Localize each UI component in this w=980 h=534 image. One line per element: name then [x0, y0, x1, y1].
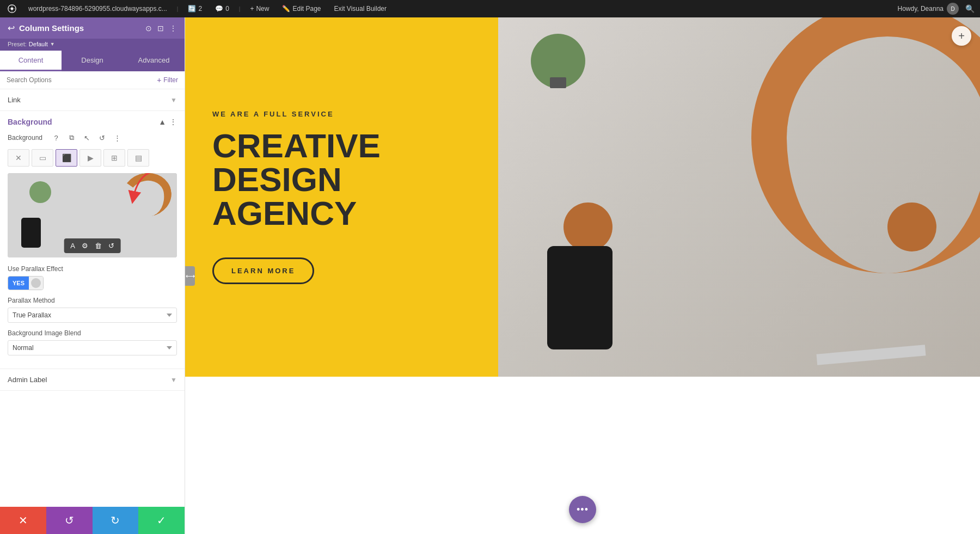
- tab-design[interactable]: Design: [62, 51, 123, 71]
- img-tool-settings[interactable]: ⚙: [79, 241, 90, 251]
- toggle-knob: [31, 278, 41, 288]
- img-tool-text[interactable]: A: [68, 241, 77, 251]
- avatar[interactable]: D: [947, 3, 959, 15]
- search-bar: + Filter: [0, 71, 185, 89]
- bg-type-video[interactable]: ▶: [79, 149, 101, 167]
- learn-more-button[interactable]: LEARN MORE: [212, 257, 314, 284]
- hero-subtitle: WE ARE A FULL SERVICE: [212, 110, 471, 118]
- img-tool-undo[interactable]: ↺: [106, 241, 117, 251]
- bg-cursor-icon[interactable]: ↖: [81, 132, 93, 144]
- preset-name: Default: [29, 41, 48, 47]
- layout-icon[interactable]: ⊡: [157, 24, 164, 33]
- link-section-arrow-icon: ▼: [170, 96, 177, 104]
- phone-shape: [21, 218, 41, 248]
- panel-title: Column Settings: [19, 23, 141, 33]
- admin-bar: wordpress-784896-5290955.cloudwaysapps.c…: [0, 0, 980, 17]
- add-module-button[interactable]: +: [952, 26, 971, 46]
- site-name[interactable]: wordpress-784896-5290955.cloudwaysapps.c…: [25, 5, 170, 13]
- below-hero: •••: [185, 377, 980, 534]
- panel-tabs: Content Design Advanced: [0, 51, 185, 71]
- filter-button[interactable]: + Filter: [157, 76, 178, 84]
- howdy-section: Howdy, Deanna D: [898, 3, 959, 15]
- tab-content[interactable]: Content: [0, 51, 62, 71]
- exit-builder-btn[interactable]: Exit Visual Builder: [331, 5, 390, 13]
- background-section: Background ▲ ⋮ Background ? ⧉ ↖ ↺ ⋮: [0, 111, 185, 369]
- edit-page-btn[interactable]: ✏️ Edit Page: [279, 5, 324, 13]
- fab-dots: •••: [577, 504, 589, 515]
- search-icon[interactable]: 🔍: [965, 4, 975, 13]
- comment-count[interactable]: 🔄 2: [185, 5, 205, 13]
- more-icon[interactable]: ⋮: [169, 24, 177, 33]
- bg-blend-label: Background Image Blend: [8, 329, 177, 337]
- admin-label-section[interactable]: Admin Label ▼: [0, 369, 185, 391]
- comment-badge[interactable]: 💬 0: [212, 5, 232, 13]
- parallax-method-select[interactable]: True Parallax Scroll Parallax Mouse Para…: [8, 308, 177, 323]
- toggle-yes: YES: [8, 277, 29, 290]
- hero-background-image: [498, 17, 980, 377]
- bar-separator-1: |: [177, 6, 179, 12]
- duplicate-icon[interactable]: ⊙: [145, 24, 152, 33]
- wp-logo[interactable]: [5, 2, 19, 15]
- notebook-decoration: [817, 345, 926, 365]
- right-content: ⟷ WE ARE A FULL SERVICE CREATIVE DESIGN …: [185, 17, 980, 534]
- background-section-title: Background: [8, 118, 52, 126]
- bg-type-pattern[interactable]: ⊞: [103, 149, 125, 167]
- cancel-button[interactable]: ✕: [0, 507, 46, 534]
- bar-separator-2: |: [239, 6, 241, 12]
- toggle-no: [29, 277, 43, 290]
- parallax-method-option: Parallax Method True Parallax Scroll Par…: [8, 297, 177, 323]
- bg-blend-option: Background Image Blend Normal Multiply S…: [8, 329, 177, 355]
- preset-label: Preset:: [8, 41, 27, 47]
- search-input[interactable]: [7, 76, 152, 84]
- headphone-pad-left: [564, 202, 612, 251]
- redo-button[interactable]: ↻: [93, 507, 139, 534]
- purple-fab-button[interactable]: •••: [569, 496, 596, 523]
- hero-title: CREATIVE DESIGN AGENCY: [212, 129, 471, 230]
- section-controls: ▲ ⋮: [158, 118, 177, 126]
- panel-preset[interactable]: Preset: Default ▼: [0, 39, 185, 51]
- bg-help-icon[interactable]: ?: [50, 132, 62, 144]
- image-overlay-toolbar: A ⚙ 🗑 ↺: [64, 238, 121, 253]
- undo-button[interactable]: ↺: [46, 507, 93, 534]
- bg-reset-icon[interactable]: ↺: [96, 132, 108, 144]
- image-preview-container: A ⚙ 🗑 ↺: [8, 173, 177, 257]
- parallax-toggle[interactable]: YES: [8, 276, 44, 290]
- bottom-bar: ✕ ↺ ↻ ✓: [0, 507, 185, 534]
- svg-point-1: [11, 8, 14, 10]
- new-menu[interactable]: + New: [247, 5, 272, 13]
- admin-label-arrow-icon: ▼: [170, 376, 177, 384]
- bg-blend-select[interactable]: Normal Multiply Screen Overlay: [8, 340, 177, 355]
- background-label: Background: [8, 134, 46, 142]
- section-collapse-icon[interactable]: ▲: [158, 118, 166, 126]
- divi-toggle[interactable]: ⟷: [185, 266, 195, 286]
- bg-type-none[interactable]: ✕: [8, 149, 29, 167]
- link-section[interactable]: Link ▼: [0, 89, 185, 111]
- section-more-icon[interactable]: ⋮: [169, 118, 177, 126]
- headphone-pad-right: [887, 202, 936, 251]
- bg-type-image[interactable]: ⬛: [56, 149, 77, 167]
- admin-label-title: Admin Label: [8, 376, 47, 384]
- bg-more-icon[interactable]: ⋮: [111, 132, 123, 144]
- link-section-title: Link: [8, 96, 21, 104]
- panel-header-icons: ⊙ ⊡ ⋮: [145, 24, 177, 33]
- page-preview: WE ARE A FULL SERVICE CREATIVE DESIGN AG…: [185, 17, 980, 534]
- parallax-option: Use Parallax Effect YES: [8, 265, 177, 290]
- bg-copy-icon[interactable]: ⧉: [65, 132, 77, 144]
- hero-left-column: WE ARE A FULL SERVICE CREATIVE DESIGN AG…: [185, 17, 498, 377]
- tab-advanced[interactable]: Advanced: [123, 51, 185, 71]
- save-button[interactable]: ✓: [138, 507, 185, 534]
- back-arrow-icon[interactable]: ↩: [8, 23, 15, 33]
- panel-header: ↩ Column Settings ⊙ ⊡ ⋮: [0, 17, 185, 39]
- phone-decoration: [547, 246, 612, 349]
- parallax-method-label: Parallax Method: [8, 297, 177, 304]
- bg-type-mask[interactable]: ▤: [127, 149, 149, 167]
- hero-section: WE ARE A FULL SERVICE CREATIVE DESIGN AG…: [185, 17, 980, 377]
- preset-arrow-icon: ▼: [50, 41, 55, 47]
- howdy-text: Howdy, Deanna: [898, 5, 944, 13]
- img-tool-delete[interactable]: 🗑: [93, 241, 104, 251]
- plant-pot: [550, 77, 566, 88]
- background-row-icons: ? ⧉ ↖ ↺ ⋮: [50, 132, 123, 144]
- background-section-header: Background ▲ ⋮: [8, 118, 177, 126]
- bg-type-color[interactable]: ▭: [32, 149, 53, 167]
- plant-shape: [29, 181, 51, 203]
